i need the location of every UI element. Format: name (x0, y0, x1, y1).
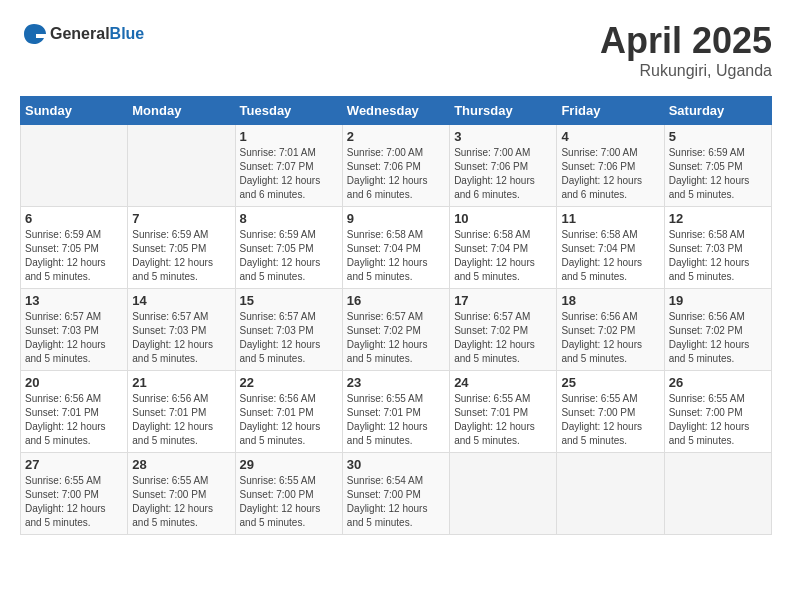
table-row: 24Sunrise: 6:55 AMSunset: 7:01 PMDayligh… (450, 371, 557, 453)
table-row (557, 453, 664, 535)
logo-general-text: General (50, 25, 110, 42)
day-number: 21 (132, 375, 230, 390)
day-info: Sunrise: 6:55 AMSunset: 7:00 PMDaylight:… (240, 474, 338, 530)
table-row: 16Sunrise: 6:57 AMSunset: 7:02 PMDayligh… (342, 289, 449, 371)
day-number: 11 (561, 211, 659, 226)
day-info: Sunrise: 6:56 AMSunset: 7:01 PMDaylight:… (132, 392, 230, 448)
day-number: 4 (561, 129, 659, 144)
table-row: 30Sunrise: 6:54 AMSunset: 7:00 PMDayligh… (342, 453, 449, 535)
day-number: 20 (25, 375, 123, 390)
day-info: Sunrise: 6:55 AMSunset: 7:00 PMDaylight:… (25, 474, 123, 530)
day-number: 7 (132, 211, 230, 226)
day-info: Sunrise: 6:58 AMSunset: 7:04 PMDaylight:… (347, 228, 445, 284)
day-info: Sunrise: 7:00 AMSunset: 7:06 PMDaylight:… (454, 146, 552, 202)
day-info: Sunrise: 7:00 AMSunset: 7:06 PMDaylight:… (561, 146, 659, 202)
day-info: Sunrise: 6:55 AMSunset: 7:01 PMDaylight:… (454, 392, 552, 448)
day-number: 27 (25, 457, 123, 472)
day-info: Sunrise: 6:55 AMSunset: 7:00 PMDaylight:… (561, 392, 659, 448)
day-info: Sunrise: 6:59 AMSunset: 7:05 PMDaylight:… (25, 228, 123, 284)
table-row: 28Sunrise: 6:55 AMSunset: 7:00 PMDayligh… (128, 453, 235, 535)
table-row: 25Sunrise: 6:55 AMSunset: 7:00 PMDayligh… (557, 371, 664, 453)
table-row: 4Sunrise: 7:00 AMSunset: 7:06 PMDaylight… (557, 125, 664, 207)
logo-icon (20, 20, 48, 48)
table-row: 8Sunrise: 6:59 AMSunset: 7:05 PMDaylight… (235, 207, 342, 289)
table-row: 7Sunrise: 6:59 AMSunset: 7:05 PMDaylight… (128, 207, 235, 289)
day-number: 29 (240, 457, 338, 472)
table-row: 29Sunrise: 6:55 AMSunset: 7:00 PMDayligh… (235, 453, 342, 535)
day-info: Sunrise: 7:00 AMSunset: 7:06 PMDaylight:… (347, 146, 445, 202)
day-number: 30 (347, 457, 445, 472)
col-friday: Friday (557, 97, 664, 125)
table-row: 12Sunrise: 6:58 AMSunset: 7:03 PMDayligh… (664, 207, 771, 289)
day-info: Sunrise: 6:57 AMSunset: 7:03 PMDaylight:… (25, 310, 123, 366)
table-row: 27Sunrise: 6:55 AMSunset: 7:00 PMDayligh… (21, 453, 128, 535)
table-row: 10Sunrise: 6:58 AMSunset: 7:04 PMDayligh… (450, 207, 557, 289)
table-row: 3Sunrise: 7:00 AMSunset: 7:06 PMDaylight… (450, 125, 557, 207)
logo: GeneralBlue (20, 20, 144, 48)
col-thursday: Thursday (450, 97, 557, 125)
page-header: GeneralBlue April 2025 Rukungiri, Uganda (20, 20, 772, 80)
col-monday: Monday (128, 97, 235, 125)
day-number: 2 (347, 129, 445, 144)
day-number: 14 (132, 293, 230, 308)
day-number: 9 (347, 211, 445, 226)
col-wednesday: Wednesday (342, 97, 449, 125)
day-info: Sunrise: 6:55 AMSunset: 7:00 PMDaylight:… (669, 392, 767, 448)
day-info: Sunrise: 6:59 AMSunset: 7:05 PMDaylight:… (132, 228, 230, 284)
day-info: Sunrise: 6:57 AMSunset: 7:02 PMDaylight:… (454, 310, 552, 366)
day-number: 13 (25, 293, 123, 308)
calendar-week-row: 27Sunrise: 6:55 AMSunset: 7:00 PMDayligh… (21, 453, 772, 535)
table-row: 9Sunrise: 6:58 AMSunset: 7:04 PMDaylight… (342, 207, 449, 289)
day-number: 10 (454, 211, 552, 226)
col-sunday: Sunday (21, 97, 128, 125)
calendar-week-row: 6Sunrise: 6:59 AMSunset: 7:05 PMDaylight… (21, 207, 772, 289)
table-row: 13Sunrise: 6:57 AMSunset: 7:03 PMDayligh… (21, 289, 128, 371)
day-info: Sunrise: 6:55 AMSunset: 7:01 PMDaylight:… (347, 392, 445, 448)
table-row: 19Sunrise: 6:56 AMSunset: 7:02 PMDayligh… (664, 289, 771, 371)
table-row: 17Sunrise: 6:57 AMSunset: 7:02 PMDayligh… (450, 289, 557, 371)
day-number: 17 (454, 293, 552, 308)
calendar-table: Sunday Monday Tuesday Wednesday Thursday… (20, 96, 772, 535)
day-info: Sunrise: 6:59 AMSunset: 7:05 PMDaylight:… (240, 228, 338, 284)
table-row: 14Sunrise: 6:57 AMSunset: 7:03 PMDayligh… (128, 289, 235, 371)
day-info: Sunrise: 6:57 AMSunset: 7:02 PMDaylight:… (347, 310, 445, 366)
table-row: 22Sunrise: 6:56 AMSunset: 7:01 PMDayligh… (235, 371, 342, 453)
day-number: 26 (669, 375, 767, 390)
day-info: Sunrise: 6:58 AMSunset: 7:04 PMDaylight:… (454, 228, 552, 284)
day-number: 8 (240, 211, 338, 226)
day-number: 12 (669, 211, 767, 226)
day-info: Sunrise: 6:54 AMSunset: 7:00 PMDaylight:… (347, 474, 445, 530)
table-row: 5Sunrise: 6:59 AMSunset: 7:05 PMDaylight… (664, 125, 771, 207)
table-row (128, 125, 235, 207)
col-tuesday: Tuesday (235, 97, 342, 125)
table-row: 15Sunrise: 6:57 AMSunset: 7:03 PMDayligh… (235, 289, 342, 371)
day-info: Sunrise: 6:56 AMSunset: 7:02 PMDaylight:… (561, 310, 659, 366)
location-title: Rukungiri, Uganda (600, 62, 772, 80)
calendar-header-row: Sunday Monday Tuesday Wednesday Thursday… (21, 97, 772, 125)
day-info: Sunrise: 6:57 AMSunset: 7:03 PMDaylight:… (240, 310, 338, 366)
table-row: 11Sunrise: 6:58 AMSunset: 7:04 PMDayligh… (557, 207, 664, 289)
day-number: 25 (561, 375, 659, 390)
table-row: 2Sunrise: 7:00 AMSunset: 7:06 PMDaylight… (342, 125, 449, 207)
day-info: Sunrise: 6:56 AMSunset: 7:01 PMDaylight:… (240, 392, 338, 448)
day-info: Sunrise: 6:57 AMSunset: 7:03 PMDaylight:… (132, 310, 230, 366)
title-area: April 2025 Rukungiri, Uganda (600, 20, 772, 80)
day-info: Sunrise: 6:58 AMSunset: 7:03 PMDaylight:… (669, 228, 767, 284)
day-number: 23 (347, 375, 445, 390)
month-title: April 2025 (600, 20, 772, 62)
day-number: 3 (454, 129, 552, 144)
table-row (664, 453, 771, 535)
day-number: 15 (240, 293, 338, 308)
table-row: 23Sunrise: 6:55 AMSunset: 7:01 PMDayligh… (342, 371, 449, 453)
table-row: 18Sunrise: 6:56 AMSunset: 7:02 PMDayligh… (557, 289, 664, 371)
day-number: 24 (454, 375, 552, 390)
day-info: Sunrise: 6:55 AMSunset: 7:00 PMDaylight:… (132, 474, 230, 530)
day-info: Sunrise: 6:58 AMSunset: 7:04 PMDaylight:… (561, 228, 659, 284)
day-number: 22 (240, 375, 338, 390)
col-saturday: Saturday (664, 97, 771, 125)
day-number: 16 (347, 293, 445, 308)
calendar-week-row: 20Sunrise: 6:56 AMSunset: 7:01 PMDayligh… (21, 371, 772, 453)
day-info: Sunrise: 7:01 AMSunset: 7:07 PMDaylight:… (240, 146, 338, 202)
table-row: 1Sunrise: 7:01 AMSunset: 7:07 PMDaylight… (235, 125, 342, 207)
day-info: Sunrise: 6:56 AMSunset: 7:02 PMDaylight:… (669, 310, 767, 366)
